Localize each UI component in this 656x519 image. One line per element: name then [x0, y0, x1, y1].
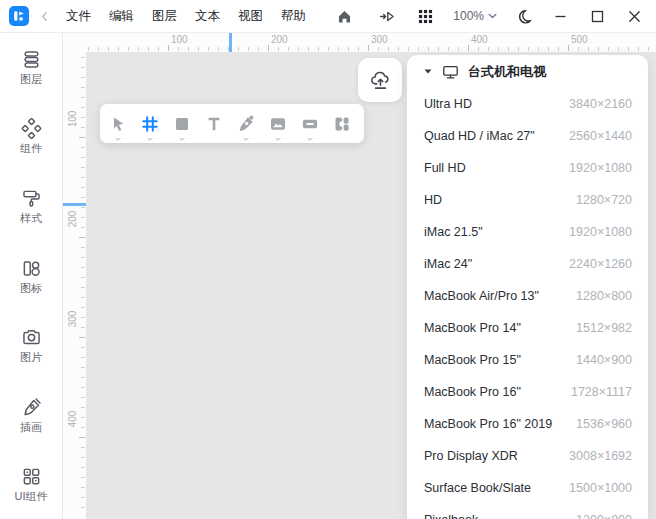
- ruler-tick: [81, 147, 85, 148]
- sidebar-item-ui-components[interactable]: UI组件: [0, 449, 62, 519]
- sidebar-item-icons[interactable]: 图标: [0, 241, 62, 311]
- move-tool[interactable]: [102, 104, 134, 143]
- device-name: Pro Display XDR: [424, 449, 518, 463]
- widget-tool[interactable]: [294, 104, 326, 143]
- device-preset-row[interactable]: MacBook Pro 16" 1728×1117: [407, 376, 648, 408]
- tool-bar: [100, 104, 364, 143]
- left-sidebar: 图层 组件 样式: [0, 32, 63, 519]
- shape-tool[interactable]: [166, 104, 198, 143]
- back-button[interactable]: [40, 11, 49, 22]
- device-preset-row[interactable]: Ultra HD 3840×2160: [407, 88, 648, 120]
- device-preset-row[interactable]: MacBook Pro 16" 2019 1536×960: [407, 408, 648, 440]
- resource-icon: [332, 114, 352, 134]
- menu-item[interactable]: 文件: [66, 8, 91, 25]
- home-button[interactable]: [336, 8, 353, 25]
- ruler-tick: [81, 107, 85, 108]
- ruler-tick: [81, 367, 85, 368]
- image-tool[interactable]: [262, 104, 294, 143]
- window-close-button[interactable]: [628, 10, 641, 23]
- ruler-tick: [98, 47, 99, 51]
- device-preset-row[interactable]: iMac 21.5" 1920×1080: [407, 216, 648, 248]
- menu-item[interactable]: 视图: [238, 8, 263, 25]
- ruler-tick: [498, 47, 499, 51]
- ruler-tick: [538, 47, 539, 51]
- ruler-tick: [81, 387, 85, 388]
- caret-down-icon: [307, 137, 314, 141]
- titlebar: 文件编辑图层文本视图帮助: [0, 0, 656, 33]
- ruler-tick: [648, 47, 649, 51]
- text-tool[interactable]: [198, 104, 230, 143]
- menu-item[interactable]: 文本: [195, 8, 220, 25]
- menu-item[interactable]: 编辑: [109, 8, 134, 25]
- sidebar-item-components[interactable]: 组件: [0, 102, 62, 172]
- menu-item[interactable]: 图层: [152, 8, 177, 25]
- ruler-tick: [508, 47, 509, 51]
- ruler-tick: [81, 227, 85, 228]
- apps-grid-button[interactable]: [418, 9, 433, 24]
- device-preset-row[interactable]: iMac 24" 2240×1260: [407, 248, 648, 280]
- device-preset-row[interactable]: Surface Book/Slate 1500×1000: [407, 472, 648, 504]
- titlebar-right: 100%: [336, 8, 656, 25]
- ruler-tick: [81, 467, 85, 468]
- ruler-tick: [318, 47, 319, 51]
- ruler-label: 400: [66, 404, 80, 434]
- ruler-tick: [398, 47, 399, 51]
- ruler-tick: [81, 347, 85, 348]
- frame-tool[interactable]: [134, 104, 166, 143]
- device-name: iMac 21.5": [424, 225, 483, 239]
- upload-button[interactable]: [358, 58, 402, 102]
- ruler-tick: [81, 117, 85, 118]
- device-preset-row[interactable]: Quad HD / iMac 27" 2560×1440: [407, 120, 648, 152]
- device-resolution: 1512×982: [576, 321, 632, 335]
- sidebar-item-styles[interactable]: 样式: [0, 171, 62, 241]
- pen-icon: [236, 114, 256, 134]
- ruler-tick: [348, 47, 349, 51]
- monitor-icon: [442, 64, 459, 80]
- ruler-tick: [388, 47, 389, 51]
- device-preset-row[interactable]: MacBook Pro 14" 1512×982: [407, 312, 648, 344]
- theme-toggle[interactable]: [516, 8, 533, 25]
- device-preset-row[interactable]: Full HD 1920×1080: [407, 152, 648, 184]
- ruler-tick: [81, 57, 85, 58]
- ruler-tick: [638, 47, 639, 51]
- menu-item[interactable]: 帮助: [281, 8, 306, 25]
- device-resolution: 1500×1000: [569, 481, 632, 495]
- sidebar-item-illustrations[interactable]: 插画: [0, 380, 62, 450]
- ruler-label: 400: [471, 34, 488, 45]
- device-resolution: 1920×1080: [569, 225, 632, 239]
- ruler-tick: [81, 127, 85, 128]
- device-preset-row[interactable]: Pixelbook 1200×800: [407, 504, 648, 519]
- ruler-tick: [81, 297, 85, 298]
- pen-tool[interactable]: [230, 104, 262, 143]
- device-name: Quad HD / iMac 27": [424, 129, 535, 143]
- device-preset-row[interactable]: HD 1280×720: [407, 184, 648, 216]
- ruler-tick: [268, 45, 269, 51]
- ruler-tick: [568, 45, 569, 51]
- zoom-select[interactable]: 100%: [453, 9, 497, 23]
- app-logo[interactable]: [9, 6, 29, 26]
- sidebar-item-layers[interactable]: 图层: [0, 32, 62, 102]
- device-preset-row[interactable]: MacBook Pro 15" 1440×900: [407, 344, 648, 376]
- device-preset-row[interactable]: Pro Display XDR 3008×1692: [407, 440, 648, 472]
- sidebar-item-images[interactable]: 图片: [0, 310, 62, 380]
- ruler-tick: [218, 47, 219, 51]
- ruler-tick: [148, 47, 149, 51]
- device-presets-panel: 台式机和电视 Ultra HD 3840×2160 Quad HD / iMac…: [407, 55, 648, 519]
- resource-tool[interactable]: [326, 104, 358, 143]
- ruler-tick: [81, 77, 85, 78]
- window-minimize-button[interactable]: [554, 10, 567, 23]
- present-button[interactable]: [378, 8, 396, 25]
- ruler-tick: [208, 47, 209, 51]
- layers-icon: [21, 49, 42, 70]
- ruler-tick: [81, 277, 85, 278]
- window-maximize-button[interactable]: [591, 10, 604, 23]
- sidebar-item-label: 组件: [20, 143, 42, 154]
- device-name: Full HD: [424, 161, 466, 175]
- device-preset-row[interactable]: MacBook Air/Pro 13" 1280×800: [407, 280, 648, 312]
- theme-moon-icon: [516, 8, 533, 25]
- ruler-tick: [158, 47, 159, 51]
- panel-group-header[interactable]: 台式机和电视: [407, 55, 648, 88]
- sidebar-item-label: 插画: [20, 422, 42, 433]
- ruler-tick: [81, 487, 85, 488]
- home-icon: [336, 8, 353, 25]
